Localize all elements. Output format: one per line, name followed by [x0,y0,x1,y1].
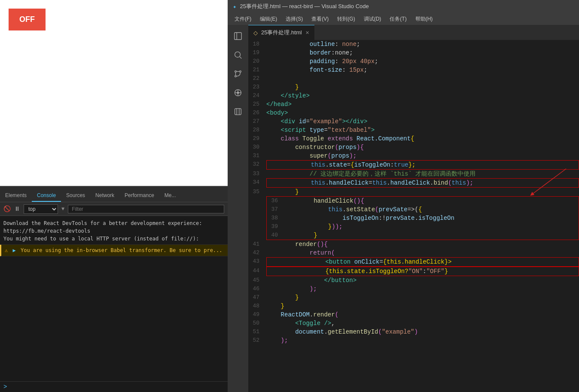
tab-more[interactable]: Me... [159,190,181,202]
svg-rect-0 [235,33,242,40]
console-messages: Download the React DevTools for a better… [0,216,228,381]
code-line-21: 21 font-size: 15px; [248,66,579,74]
tab-elements[interactable]: Elements [0,190,32,202]
devtools-toolbar: 🚫 ⏸ top ▼ [0,202,228,216]
devtools-tabs: Elements Console Sources Network Perform… [0,187,228,202]
menu-help[interactable]: 帮助(H) [412,14,436,24]
code-line-33: 33 // 这边绑定是必要的，这样 `this` 才能在回调函数中使用 [248,170,579,178]
explorer-icon[interactable] [230,28,246,44]
code-line-41: 41 render(){ [248,240,579,249]
console-input[interactable] [9,384,224,390]
code-line-46: 46 ); [248,285,579,293]
code-line-47: 47 } [248,293,579,302]
off-button[interactable]: OFF [9,9,46,30]
svg-point-12 [237,92,239,94]
code-line-42: 42 return( [248,249,579,257]
code-line-31: 31 super(props); [248,152,579,160]
vscode-title: 25事件处理.html — react-bird — Visual Studio… [240,3,369,10]
filter-input[interactable] [68,205,224,213]
clear-icon[interactable]: 🚫 [3,205,11,213]
tab-network[interactable]: Network [90,190,119,202]
editor-tab[interactable]: ◇ 25事件处理.html ✕ [248,25,314,40]
code-line-25: 25 </head> [248,100,579,109]
editor-area: ◇ 25事件处理.html ✕ [248,25,579,392]
console-msg-warning: ⚠ ▶ You are using the in-browser Babel t… [0,245,228,256]
red-box-block: 36 handleClick(){ 37 this.setState(prevS… [266,196,579,240]
code-line-22: 22 [248,74,579,83]
code-line-51: 51 document.getElementById("example") [248,328,579,336]
code-editor[interactable]: 18 outline: none; 19 border:none; 20 pad… [248,40,579,392]
code-line-20: 20 padding: 20px 40px; [248,57,579,66]
activity-bar [228,25,248,392]
warning-icon: ⚠ [5,247,8,253]
dropdown-arrow: ▼ [61,206,64,212]
code-line-19: 19 border:none; [248,49,579,57]
code-line-24: 24 </style> [248,91,579,100]
warning-text: You are using the in-browser Babel trans… [21,247,222,253]
menu-select[interactable]: 选择(S) [282,14,306,24]
git-icon[interactable] [230,66,246,82]
menu-debug[interactable]: 调试(D) [360,14,385,24]
code-line-48: 48 } [248,302,579,310]
code-line-45: 45 </button> [248,276,579,285]
code-line-50: 50 <Toggle />, [248,319,579,328]
svg-point-2 [235,52,241,58]
context-select[interactable]: top [24,204,58,214]
code-line-44: 44 {this.state.isToggleOn?"ON":"OFF"} [248,267,579,276]
tab-filename: 25事件处理.html [261,29,302,36]
console-input-row: > [0,381,228,392]
console-msg-devtools: Download the React DevTools for a better… [0,218,228,245]
vscode-titlebar: ✦ 25事件处理.html — react-bird — Visual Stud… [228,0,579,13]
vscode-menubar: 文件(F) 编辑(E) 选择(S) 查看(V) 转到(G) 调试(D) 任务(T… [228,13,579,25]
code-line-29: 29 class Toggle extends React.Component{ [248,134,579,143]
console-prompt: > [3,383,7,390]
tab-console[interactable]: Console [32,190,61,202]
devtools-panel: Elements Console Sources Network Perform… [0,186,228,392]
vscode-panel: ✦ 25事件处理.html — react-bird — Visual Stud… [228,0,579,392]
code-line-37: 37 this.setState(prevSate=>({ [267,205,579,214]
menu-edit[interactable]: 编辑(E) [256,14,280,24]
vscode-icon: ✦ [233,3,236,10]
menu-task[interactable]: 任务(T) [386,14,410,24]
msg-text: Download the React DevTools for a better… [3,220,202,242]
code-line-43: 43 <button onClick={this.handleClick}> [248,257,579,267]
tab-close-icon[interactable]: ✕ [305,30,309,36]
menu-view[interactable]: 查看(V) [308,14,332,24]
svg-point-5 [240,71,241,73]
pause-icon[interactable]: ⏸ [14,206,20,213]
code-line-52: 52 ); [248,336,579,345]
extensions-icon[interactable] [230,85,246,100]
vscode-body: ◇ 25事件处理.html ✕ [228,25,579,392]
code-line-39: 39 })); [267,222,579,231]
svg-line-3 [240,57,241,58]
code-line-38: 38 isToggleOn:!prevSate.isToggleOn [267,214,579,222]
code-line-27: 27 <div id="example"></div> [248,117,579,126]
code-line-28: 28 <script type="text/babel"> [248,126,579,134]
menu-goto[interactable]: 转到(G) [334,14,358,24]
search-icon[interactable] [230,47,246,63]
tab-file-icon: ◇ [253,30,258,36]
debug-icon[interactable] [230,104,246,119]
svg-point-4 [235,71,237,73]
tab-bar: ◇ 25事件处理.html ✕ [248,25,579,40]
code-line-49: 49 ReactDOM.render( [248,310,579,319]
code-line-34: 34 this.handleClick=this.handleClick.bin… [248,178,579,188]
code-line-40: 40 } [267,231,579,240]
menu-file[interactable]: 文件(F) [231,14,255,24]
svg-point-6 [235,76,237,77]
arrow-icon: ▶ [12,247,15,253]
browser-panel: OFF 🔍 Elements Console Sources Network P… [0,0,228,392]
code-line-35: 35 } [248,188,579,196]
code-line-30: 30 constructor(props){ [248,143,579,152]
code-line-32: 32 this.state={isToggleOn:true}; [248,160,579,170]
code-line-18: 18 outline: none; [248,40,579,49]
svg-rect-13 [235,109,241,115]
code-line-26: 26 <body> [248,109,579,117]
tab-performance[interactable]: Performance [119,190,159,202]
code-line-36: 36 handleClick(){ [267,197,579,205]
tab-sources[interactable]: Sources [61,190,90,202]
code-line-23: 23 } [248,83,579,91]
